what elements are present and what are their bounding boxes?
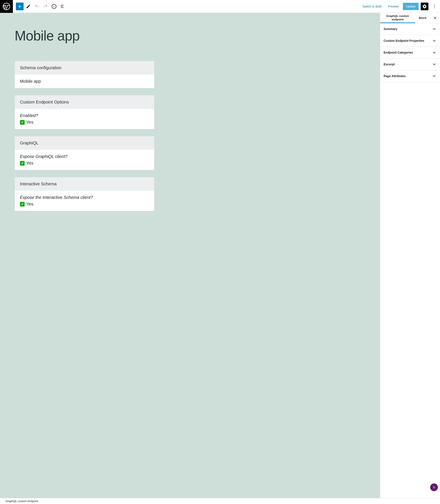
panel-title: Summary: [384, 27, 397, 31]
option-question: Expose the Interactive Schema client?: [20, 195, 149, 200]
option-answer: ✓ Yes: [20, 202, 149, 207]
settings-button[interactable]: [421, 2, 428, 10]
wordpress-icon: [2, 2, 10, 10]
editor-content: Mobile app Schema configuration Mobile a…: [13, 13, 159, 231]
list-icon: [60, 4, 65, 9]
undo-icon: [35, 4, 39, 9]
redo-icon: [43, 4, 48, 9]
pencil-icon: [26, 4, 31, 9]
update-button[interactable]: Update: [403, 3, 419, 10]
edit-tool-button[interactable]: [25, 2, 32, 10]
switch-to-draft-link[interactable]: Switch to draft: [360, 3, 384, 9]
panel-summary[interactable]: Summary: [380, 23, 440, 35]
chevron-down-icon: [432, 38, 437, 43]
panel-header[interactable]: Excerpt: [380, 58, 440, 70]
gear-icon: [422, 4, 427, 9]
wordpress-logo-button[interactable]: [0, 0, 13, 13]
panel-header[interactable]: Endpoint Categories: [380, 47, 440, 58]
sidebar-tabs: GraphQL custom endpoint Block: [380, 13, 440, 23]
editor-top-toolbar: Switch to draft Preview Update: [0, 0, 440, 13]
block-body: Expose GraphiQL client? ✓ Yes: [15, 150, 154, 170]
option-answer: ✓ Yes: [20, 120, 149, 125]
post-title[interactable]: Mobile app: [14, 28, 154, 44]
block-header: Custom Endpoint Options: [15, 95, 154, 109]
answer-text: Yes: [26, 120, 33, 125]
block-body: Mobile app: [15, 75, 154, 88]
preview-link[interactable]: Preview: [386, 3, 401, 9]
outline-button[interactable]: [59, 2, 67, 10]
settings-sidebar: GraphQL custom endpoint Block Summary Cu…: [380, 13, 440, 498]
editor-canvas[interactable]: Mobile app Schema configuration Mobile a…: [0, 13, 380, 498]
undo-button: [33, 2, 41, 10]
panel-title: Custom Endpoint Properties: [384, 39, 424, 42]
tab-graphql-custom-endpoint[interactable]: GraphQL custom endpoint: [380, 13, 415, 23]
panel-excerpt[interactable]: Excerpt: [380, 58, 440, 70]
block-breadcrumb[interactable]: GraphQL custom endpoint: [0, 498, 440, 504]
panel-title: Page Attributes: [384, 74, 406, 78]
editor-main: Mobile app Schema configuration Mobile a…: [0, 13, 440, 498]
block-header: Schema configuration: [15, 61, 154, 75]
chevron-down-icon: [432, 50, 437, 55]
panel-header[interactable]: Page Attributes: [380, 70, 440, 82]
block-body: Enabled? ✓ Yes: [15, 109, 154, 129]
toolbar-right: Switch to draft Preview Update: [360, 2, 440, 10]
block-header: Interactive Schema: [15, 177, 154, 191]
panel-endpoint-categories[interactable]: Endpoint Categories: [380, 47, 440, 58]
block-graphiql[interactable]: GraphiQL Expose GraphiQL client? ✓ Yes: [14, 136, 154, 170]
option-question: Enabled?: [20, 113, 149, 118]
option-answer: ✓ Yes: [20, 161, 149, 166]
answer-text: Yes: [26, 161, 33, 166]
details-button[interactable]: [50, 2, 58, 10]
panel-header[interactable]: Summary: [380, 23, 440, 35]
tab-block[interactable]: Block: [415, 13, 430, 23]
close-sidebar-button[interactable]: [430, 13, 440, 23]
chevron-down-icon: [432, 74, 437, 79]
option-question: Expose GraphiQL client?: [20, 154, 149, 159]
add-block-button[interactable]: [16, 2, 24, 10]
notification-fab[interactable]: 0: [430, 483, 438, 491]
block-schema-configuration[interactable]: Schema configuration Mobile app: [14, 61, 154, 88]
block-body: Expose the Interactive Schema client? ✓ …: [15, 191, 154, 211]
checkmark-icon: ✓: [20, 120, 25, 125]
checkmark-icon: ✓: [20, 161, 25, 166]
answer-text: Yes: [26, 202, 33, 207]
close-icon: [433, 16, 437, 20]
block-interactive-schema[interactable]: Interactive Schema Expose the Interactiv…: [14, 177, 154, 211]
more-options-button[interactable]: [431, 2, 438, 10]
panel-title: Endpoint Categories: [384, 51, 413, 54]
chevron-down-icon: [432, 27, 437, 31]
info-icon: [52, 4, 57, 9]
sidebar-panels: Summary Custom Endpoint Properties Endpo…: [380, 23, 440, 498]
svg-point-2: [434, 5, 435, 5]
panel-page-attributes[interactable]: Page Attributes: [380, 70, 440, 82]
panel-header[interactable]: Custom Endpoint Properties: [380, 35, 440, 47]
block-custom-endpoint-options[interactable]: Custom Endpoint Options Enabled? ✓ Yes: [14, 95, 154, 129]
svg-point-3: [434, 6, 435, 7]
dots-vertical-icon: [432, 4, 437, 9]
plus-icon: [17, 4, 22, 9]
chevron-down-icon: [432, 62, 437, 67]
block-header: GraphiQL: [15, 136, 154, 150]
checkmark-icon: ✓: [20, 202, 25, 207]
toolbar-tools: [13, 2, 67, 10]
panel-title: Excerpt: [384, 63, 395, 66]
svg-point-4: [434, 7, 435, 8]
redo-button: [41, 2, 49, 10]
panel-custom-endpoint-properties[interactable]: Custom Endpoint Properties: [380, 35, 440, 47]
